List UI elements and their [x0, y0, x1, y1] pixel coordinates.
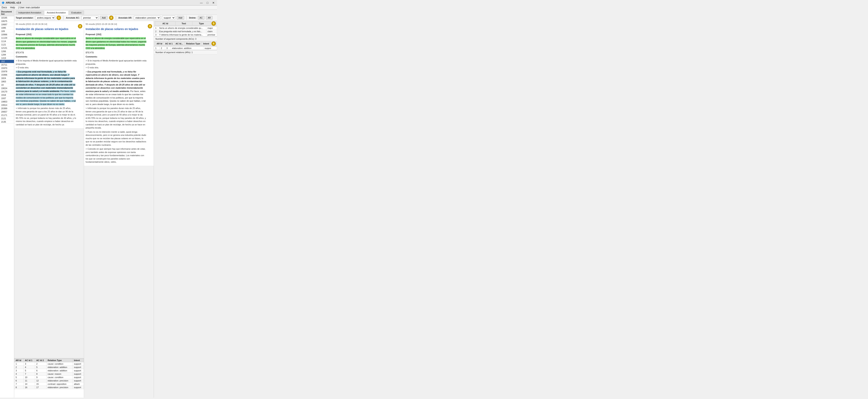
table-row[interactable]: 132cause: conditionsupport: [14, 362, 84, 366]
menubar: Docs Help | User: ivan.cantador: [0, 5, 217, 10]
menu-help[interactable]: Help: [10, 6, 15, 9]
center-textvar: $TEXT$: [86, 51, 147, 54]
annotate-ar-add-button[interactable]: Add: [177, 16, 184, 20]
doc-item[interactable]: 1937: [0, 97, 14, 100]
annotate-ac-select[interactable]: premise claim major claim: [81, 16, 98, 20]
right-ar-col-intent: Intent: [202, 42, 211, 46]
center-proposal: Proposal: [152]: [86, 33, 147, 36]
toolbar-separator-3: [186, 16, 187, 20]
right-col-type: Type: [192, 22, 211, 26]
doc-list-header: Document list:: [0, 10, 14, 16]
titlebar: 🔷 ARGAEL v2.0 — □ ✕: [0, 0, 217, 5]
center-comments-label: Comments:: [86, 55, 147, 58]
right-col-ac-id: AC Id: [155, 22, 176, 26]
doc-item[interactable]: 11134: [0, 36, 14, 40]
doc-item[interactable]: 15970: [0, 66, 14, 70]
doc-item[interactable]: 1824: [0, 77, 14, 80]
doc-item[interactable]: 1266: [0, 50, 14, 53]
target-annotator-select[interactable]: andres.segura: [35, 16, 55, 20]
doc-item[interactable]: 20389: [0, 107, 14, 110]
doc-item[interactable]: 15978: [0, 70, 14, 73]
doc-item[interactable]: 2121: [0, 117, 14, 120]
doc-item[interactable]: 12131: [0, 47, 14, 50]
left-results-header: 55 results [2022-10-28 16:36:14]: [16, 23, 77, 26]
table-row[interactable]: 81617elaboration: precisionsupport: [14, 386, 84, 389]
table-row[interactable]: 71415contrast: oppositionattack: [14, 382, 84, 386]
table-row[interactable]: 245elaboration: additionsupport: [14, 366, 84, 369]
close-button[interactable]: ✕: [212, 1, 215, 4]
doc-item[interactable]: 10675: [0, 20, 14, 23]
list-item[interactable]: 3 Y debería informase la gente de los ma…: [154, 33, 217, 36]
center-highlighted-text: Sería un ahorro de energía considerable …: [86, 37, 146, 49]
ac-count: Number of argument components (ACs): 3: [154, 37, 217, 41]
badge-3: 3: [148, 24, 152, 28]
tab-assisted-annotation[interactable]: Assisted Annotation: [44, 10, 68, 15]
annotate-ar-intent-select[interactable]: support attack: [162, 16, 175, 20]
doc-item[interactable]: 1121: [0, 43, 14, 47]
left-comment3-block: > Esa pregunta está mal formulada, y es …: [16, 70, 77, 106]
menu-docs[interactable]: Docs: [2, 6, 7, 9]
annotate-ar-type-select[interactable]: elaboration: precision elaboration: addi…: [134, 16, 160, 20]
left-col-ac-id2: AC Id 2: [35, 359, 46, 362]
doc-item[interactable]: 1284: [0, 53, 14, 56]
right-ar-col-ac1: AC Id 1: [164, 42, 174, 46]
tab-evaluation[interactable]: Evaluation: [69, 10, 84, 15]
annotate-ac-add-button[interactable]: Add: [100, 16, 107, 20]
doc-item[interactable]: 21171: [0, 114, 14, 117]
left-panel: 55 results [2022-10-28 16:36:14] Instala…: [14, 21, 84, 398]
tab-independent-annotation[interactable]: Independent Annotation: [16, 10, 44, 15]
table-row[interactable]: 5109cause: conditionsupport: [14, 376, 84, 379]
table-row[interactable]: 356elaboration: additionsupport: [14, 369, 84, 372]
annotate-ar-label: Annotate AR:: [118, 17, 132, 19]
doc-item[interactable]: 1918: [0, 93, 14, 97]
doc-item[interactable]: 1863: [0, 80, 14, 83]
left-bottom-table-container: AR Id AC Id 1 AC Id 2 Relation Type Inte…: [14, 358, 84, 398]
center-comment1: > Si te importa el Medio Ambiente igual …: [86, 59, 147, 65]
center-comment2: > O esta otra.: [86, 66, 147, 69]
badge-6: 6: [212, 41, 216, 46]
list-item[interactable]: 1 2 3 elaboration: addition suppor: [154, 47, 217, 50]
doc-list-items[interactable]: 10195 10675 10687 1085 109 10996 11134 1…: [0, 16, 14, 398]
right-ar-table-header: AR Id AC Id 1 AC Id... Relation Type Int…: [155, 42, 211, 46]
left-panel-text: 55 results [2022-10-28 16:36:14] Instala…: [14, 21, 84, 358]
left-comment2: > O esta otra.: [16, 66, 77, 69]
delete-ar-button[interactable]: AR: [206, 16, 213, 20]
delete-label: Delete:: [189, 17, 196, 19]
titlebar-controls: — □ ✕: [199, 1, 215, 4]
right-ar-table-container: 1 2 3 elaboration: addition suppor: [154, 47, 217, 50]
target-annotator-label: Target annotator:: [16, 17, 34, 19]
doc-item[interactable]: 10687: [0, 23, 14, 26]
doc-item[interactable]: 15996: [0, 73, 14, 77]
doc-item[interactable]: 19: [0, 83, 14, 87]
doc-item[interactable]: 109: [0, 30, 14, 33]
doc-item[interactable]: 19914: [0, 104, 14, 107]
maximize-button[interactable]: □: [206, 1, 209, 4]
doc-item-selected[interactable]: 152: [0, 60, 14, 63]
right-ac-table-header: AC Id Text Type: [155, 22, 211, 26]
list-item[interactable]: 2 Esa pregunta está mal formulada, y es …: [154, 30, 217, 33]
table-row[interactable]: 61112elaboration: precisionsupport: [14, 379, 84, 382]
badge-1: 1: [57, 16, 61, 20]
list-item[interactable]: 1 Sería un ahorro de energía considerabl…: [154, 26, 217, 30]
doc-item[interactable]: 20657: [0, 110, 14, 114]
doc-item[interactable]: 15711: [0, 63, 14, 66]
doc-item[interactable]: 2135: [0, 120, 14, 123]
doc-item[interactable]: 10996: [0, 33, 14, 36]
doc-item[interactable]: 19024: [0, 87, 14, 90]
doc-item[interactable]: 1114: [0, 40, 14, 43]
right-ar-col-id: AR Id: [155, 42, 164, 46]
doc-item[interactable]: 19853: [0, 100, 14, 104]
center-comment3-italic: Esa pregunta está mal formulada, y es fa…: [86, 70, 145, 92]
doc-item[interactable]: 19170: [0, 90, 14, 93]
minimize-button[interactable]: —: [199, 1, 204, 4]
left-proposal: Proposal: [152]: [16, 33, 77, 36]
right-ac-table-container: 1 Sería un ahorro de energía considerabl…: [154, 26, 217, 37]
right-ar-table: 1 2 3 elaboration: addition suppor: [154, 47, 217, 50]
doc-item[interactable]: 1419: [0, 56, 14, 60]
delete-ac-button[interactable]: AC: [198, 16, 205, 20]
doc-item[interactable]: 1085: [0, 26, 14, 30]
doc-item[interactable]: 10195: [0, 16, 14, 20]
left-text-area: 55 results [2022-10-28 16:36:14] Instala…: [14, 21, 84, 128]
right-panel: AC Id Text Type 5 1 S: [154, 21, 217, 398]
table-row[interactable]: 478cause: reasonsupport: [14, 372, 84, 376]
